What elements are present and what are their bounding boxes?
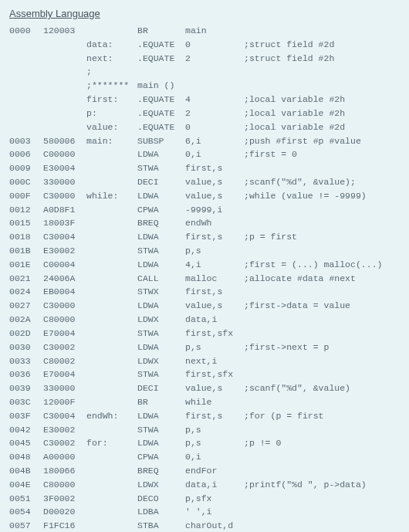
col-obj: C30004 — [43, 230, 86, 244]
col-oper: p,sfx — [185, 492, 244, 506]
col-addr: 001B — [9, 244, 43, 258]
assembly-row: 0018C30004LDWAfirst,s;p = first — [9, 230, 400, 244]
assembly-row: 0045C30002for:LDWAp,s;p != 0 — [9, 436, 400, 450]
assembly-row: 0033C80002LDWXnext,i — [9, 354, 400, 368]
col-op: .EQUATE — [137, 52, 185, 66]
col-addr: 0000 — [9, 24, 43, 38]
col-addr: 000F — [9, 189, 43, 203]
assembly-row: 0030C30002LDWAp,s;first->next = p — [9, 341, 400, 354]
col-op: LDWX — [137, 478, 185, 492]
assembly-row: 001518003FBREQendWh — [9, 216, 400, 230]
assembly-row: next:.EQUATE2;struct field #2h — [9, 52, 400, 66]
col-oper: main — [185, 24, 244, 38]
col-oper: first,sfx — [185, 368, 244, 381]
col-op: DECO — [137, 492, 185, 506]
col-addr: 0030 — [9, 341, 43, 354]
col-oper: first,sfx — [185, 327, 244, 341]
col-oper: 6,i — [185, 134, 244, 148]
col-addr: 0048 — [9, 450, 43, 464]
col-obj: C30000 — [43, 299, 86, 313]
col-oper: 2 — [185, 107, 244, 120]
col-op: CPWA — [137, 203, 185, 217]
col-obj: E30004 — [43, 161, 86, 175]
col-oper: 4,i — [185, 258, 244, 272]
col-obj: C80000 — [43, 313, 86, 327]
col-oper: value,s — [185, 381, 244, 395]
assembly-row: first:.EQUATE4;local variable #2h — [9, 93, 400, 107]
col-addr: 0009 — [9, 161, 43, 175]
col-addr: 0003 — [9, 134, 43, 148]
col-oper: first,s — [185, 409, 244, 423]
col-obj: 3F0002 — [43, 492, 86, 506]
assembly-row: 004B180066BREQendFor — [9, 464, 400, 478]
col-cmt: ;allocate #data #next — [244, 272, 356, 286]
col-addr: 004E — [9, 478, 43, 492]
col-oper: 0 — [185, 120, 244, 134]
assembly-row: 0036E70004STWAfirst,sfx — [9, 368, 400, 381]
assembly-row: 000FC30000while:LDWAvalue,s;while (value… — [9, 189, 400, 203]
col-cmt: ;local variable #2d — [244, 120, 345, 134]
col-oper: value,s — [185, 299, 244, 313]
col-oper: value,s — [185, 189, 244, 203]
col-cmt: ;first = 0 — [244, 147, 297, 161]
col-addr: 0006 — [9, 147, 43, 161]
col-addr: 0057 — [9, 519, 43, 532]
col-obj: C30002 — [43, 436, 86, 450]
assembly-row: 001EC00004LDWA4,i;first = (...) malloc(.… — [9, 258, 400, 272]
col-cmt: ;struct field #2d — [244, 38, 334, 52]
col-label: ;******* — [86, 79, 137, 93]
col-op: DECI — [137, 175, 185, 189]
col-addr: 003F — [9, 409, 43, 423]
col-addr: 002A — [9, 313, 43, 327]
col-oper: next,i — [185, 354, 244, 368]
assembly-row: 002124006ACALLmalloc;allocate #data #nex… — [9, 272, 400, 286]
assembly-row: 003FC30004endWh:LDWAfirst,s;for (p = fir… — [9, 409, 400, 423]
col-op: SUBSP — [137, 134, 185, 148]
col-oper: 4 — [185, 93, 244, 107]
col-oper: first,s — [185, 161, 244, 175]
col-label: first: — [86, 93, 137, 107]
assembly-row: 0042E30002STWAp,s — [9, 423, 400, 437]
col-obj: D00020 — [43, 505, 86, 519]
col-op: LDWA — [137, 189, 185, 203]
col-oper: malloc — [185, 272, 244, 286]
assembly-row: value:.EQUATE0;local variable #2d — [9, 120, 400, 134]
col-op: STWA — [137, 161, 185, 175]
col-oper: 0 — [185, 38, 244, 52]
assembly-row: 002DE70004STWAfirst,sfx — [9, 327, 400, 341]
col-addr: 002D — [9, 327, 43, 341]
col-op: main () — [137, 79, 185, 93]
col-op: LDWA — [137, 147, 185, 161]
col-op: LDWA — [137, 341, 185, 354]
assembly-row: 0012A0D8F1CPWA-9999,i — [9, 203, 400, 217]
col-op: BR — [137, 24, 185, 38]
col-oper: first,s — [185, 285, 244, 299]
col-obj: 12000F — [43, 395, 86, 409]
col-addr: 0021 — [9, 272, 43, 286]
col-op: STWA — [137, 244, 185, 258]
col-cmt: ;local variable #2h — [244, 107, 345, 120]
col-obj: C00000 — [43, 147, 86, 161]
col-op: LDWA — [137, 299, 185, 313]
col-oper: endWh — [185, 216, 244, 230]
col-oper: value,s — [185, 175, 244, 189]
col-addr: 0039 — [9, 381, 43, 395]
assembly-row: 0000120003BRmain — [9, 24, 400, 38]
assembly-row: 00513F0002DECOp,sfx — [9, 492, 400, 506]
col-oper: 0,i — [185, 450, 244, 464]
col-label: for: — [86, 436, 137, 450]
col-cmt: ;first->next = p — [244, 341, 329, 354]
col-addr: 0054 — [9, 505, 43, 519]
col-addr: 0018 — [9, 230, 43, 244]
assembly-row: 0006C00000LDWA0,i;first = 0 — [9, 147, 400, 161]
col-op: BREQ — [137, 464, 185, 478]
col-addr: 0042 — [9, 423, 43, 437]
col-cmt: ;local variable #2h — [244, 93, 345, 107]
col-label: value: — [86, 120, 137, 134]
col-label: next: — [86, 52, 137, 66]
col-op: .EQUATE — [137, 107, 185, 120]
col-obj: 580006 — [43, 134, 86, 148]
col-addr: 001E — [9, 258, 43, 272]
col-addr: 0024 — [9, 285, 43, 299]
col-cmt: ;printf("%d ", p->data) — [244, 478, 367, 492]
